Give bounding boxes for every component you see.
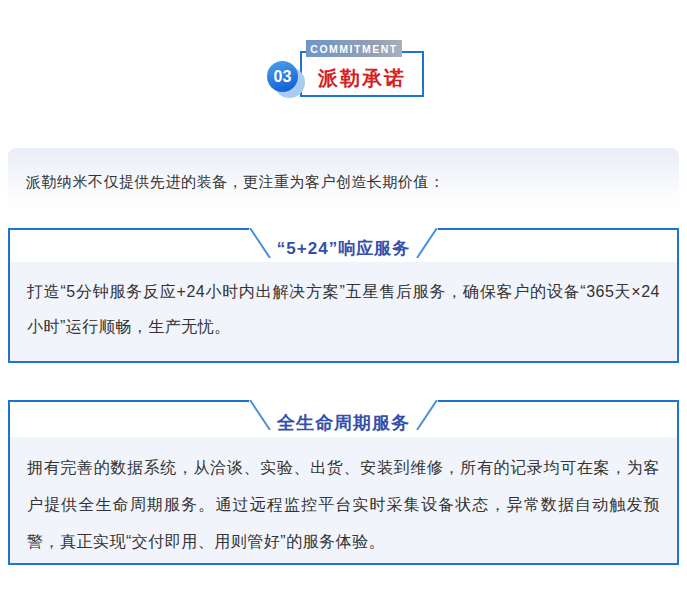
- section-response-service: “5+24”响应服务 打造“5分钟服务反应+24小时内出解决方案”五星售后服务，…: [8, 228, 679, 363]
- section-title: “5+24”响应服务: [271, 228, 416, 260]
- header-line-right: [438, 228, 677, 230]
- header-line-right: [438, 400, 677, 402]
- badge-number-circle: 03: [267, 61, 298, 92]
- commitment-tab-label: COMMITMENT: [310, 43, 397, 55]
- section-body-text: 打造“5分钟服务反应+24小时内出解决方案”五星售后服务，确保客户的设备“365…: [10, 262, 677, 361]
- badge-title: 派勒承诺: [318, 65, 406, 92]
- header-line-left: [10, 400, 249, 402]
- commitment-tab: COMMITMENT: [306, 40, 402, 57]
- section-lifecycle-service: 全生命周期服务 拥有完善的数据系统，从洽谈、实验、出货、安装到维修，所有的记录均…: [8, 400, 679, 565]
- intro-card: 派勒纳米不仅提供先进的装备，更注重为客户创造长期价值：: [8, 148, 679, 216]
- section-title: 全生命周期服务: [271, 400, 416, 435]
- section-header: 全生命周期服务: [10, 400, 677, 437]
- header-line-left: [10, 228, 249, 230]
- notch-diagonal-right-icon: [416, 400, 438, 430]
- notch-diagonal-left-icon: [249, 400, 271, 430]
- section-header: “5+24”响应服务: [10, 228, 677, 262]
- section-badge: COMMITMENT 派勒承诺 03: [0, 0, 687, 120]
- badge-title-box: 派勒承诺: [300, 51, 424, 97]
- badge-number: 03: [274, 68, 292, 86]
- page: COMMITMENT 派勒承诺 03 派勒纳米不仅提供先进的装备，更注重为客户创…: [0, 0, 687, 590]
- notch-diagonal-left-icon: [249, 228, 271, 258]
- notch-diagonal-right-icon: [416, 228, 438, 258]
- section-body-text: 拥有完善的数据系统，从洽谈、实验、出货、安装到维修，所有的记录均可在案，为客户提…: [10, 437, 677, 563]
- intro-text: 派勒纳米不仅提供先进的装备，更注重为客户创造长期价值：: [26, 173, 445, 192]
